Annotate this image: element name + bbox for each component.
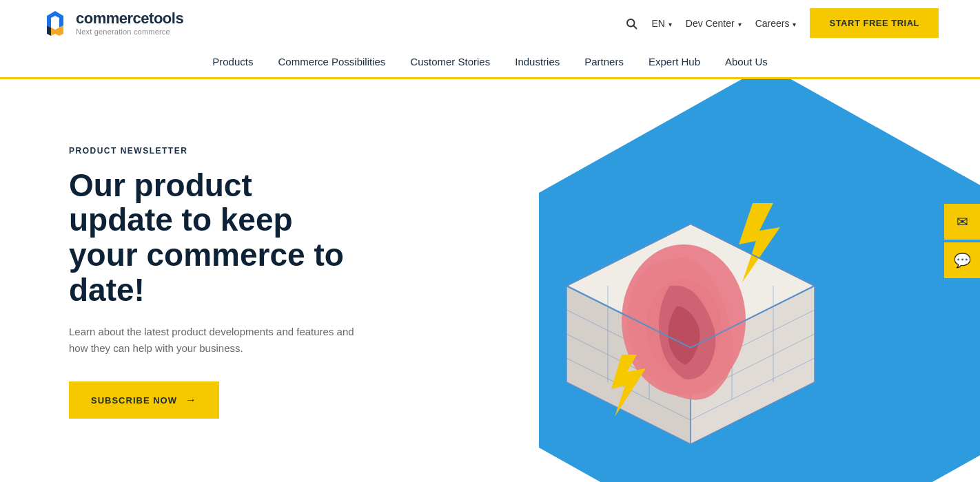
nav-products[interactable]: Products: [212, 56, 253, 67]
language-chevron-icon: [667, 18, 672, 29]
arrow-icon: →: [185, 394, 197, 406]
logo-name: commercetools: [76, 10, 183, 27]
dev-center-label: Dev Center: [686, 18, 735, 29]
svg-marker-1: [51, 28, 59, 36]
hero-eyebrow: PRODUCT NEWSLETTER: [69, 146, 358, 156]
nav-partners[interactable]: Partners: [584, 56, 624, 67]
careers-chevron-icon: [791, 18, 796, 29]
nav-commerce-possibilities[interactable]: Commerce Possibilities: [278, 56, 385, 67]
nav-industries[interactable]: Industries: [515, 56, 560, 67]
careers-label: Careers: [755, 18, 790, 29]
search-icon: [625, 17, 637, 30]
start-trial-button[interactable]: START FREE TRIAL: [810, 8, 939, 38]
hero-section: PRODUCT NEWSLETTER Our product update to…: [0, 79, 980, 482]
nav-about-us[interactable]: About Us: [725, 56, 768, 67]
hero-visual: [387, 79, 980, 482]
floating-buttons: ✉ 💬: [944, 204, 980, 278]
hero-illustration: [442, 93, 939, 479]
careers-button[interactable]: Careers: [755, 18, 797, 29]
main-nav: Products Commerce Possibilities Customer…: [0, 46, 980, 77]
subscribe-button[interactable]: SUBSCRIBE NOW →: [69, 381, 219, 419]
language-label: EN: [651, 18, 664, 29]
logo-tagline: Next generation commerce: [76, 28, 183, 36]
hero-content: PRODUCT NEWSLETTER Our product update to…: [0, 105, 400, 460]
nav-customer-stories[interactable]: Customer Stories: [410, 56, 490, 67]
language-selector[interactable]: EN: [651, 18, 671, 29]
logo-icon: [41, 10, 69, 37]
start-trial-label: START FREE TRIAL: [829, 18, 919, 28]
email-icon: ✉: [957, 213, 968, 230]
logo-text-area: commercetools Next generation commerce: [76, 10, 183, 35]
svg-marker-0: [47, 11, 63, 28]
hero-title: Our product update to keep your commerce…: [69, 168, 358, 307]
chat-float-button[interactable]: 💬: [944, 242, 980, 278]
dev-center-chevron-icon: [737, 18, 742, 29]
chat-icon: 💬: [954, 252, 971, 269]
search-button[interactable]: [625, 17, 637, 30]
svg-line-5: [634, 25, 637, 28]
site-header: commercetools Next generation commerce E…: [0, 0, 980, 79]
header-top: commercetools Next generation commerce E…: [0, 0, 980, 46]
header-right: EN Dev Center Careers START FREE TRIAL: [625, 8, 939, 38]
nav-expert-hub[interactable]: Expert Hub: [649, 56, 700, 67]
dev-center-button[interactable]: Dev Center: [686, 18, 742, 29]
subscribe-label: SUBSCRIBE NOW: [91, 395, 177, 406]
logo-area: commercetools Next generation commerce: [41, 10, 183, 37]
hero-description: Learn about the latest product developme…: [69, 324, 358, 357]
email-float-button[interactable]: ✉: [944, 204, 980, 240]
